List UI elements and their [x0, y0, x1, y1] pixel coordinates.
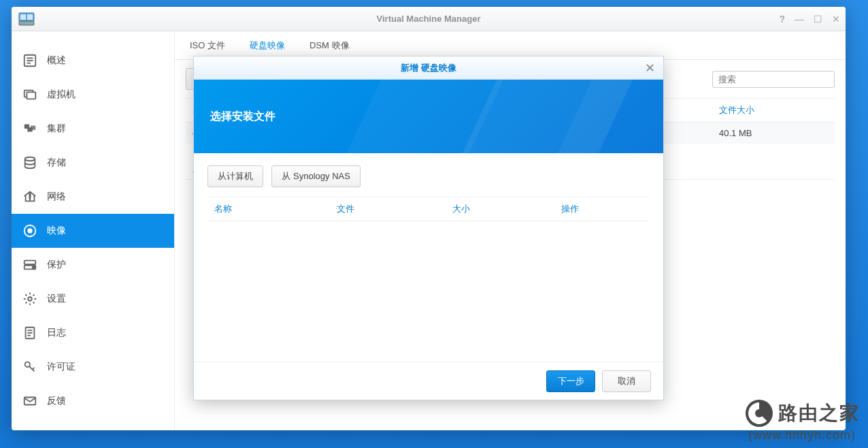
next-button[interactable]: 下一步: [546, 370, 595, 392]
modal-col-name[interactable]: 名称: [207, 197, 330, 221]
modal-footer: 下一步 取消: [194, 362, 663, 400]
modal-table: 名称 文件 大小 操作: [207, 197, 650, 221]
modal-hero: 选择安装文件: [194, 80, 663, 153]
modal-content: 从计算机 从 Synology NAS 名称 文件 大小 操作: [194, 153, 663, 362]
app-window: Virtual Machine Manager ? — ☐ ✕ 概述 虚拟机 集…: [12, 7, 846, 430]
modal-close-icon[interactable]: ✕: [645, 61, 655, 76]
from-nas-button[interactable]: 从 Synology NAS: [271, 165, 360, 187]
modal-titlebar: 新增 硬盘映像 ✕: [194, 57, 663, 80]
modal-overlay: 新增 硬盘映像 ✕ 选择安装文件 从计算机 从 Synology NAS 名称 …: [12, 7, 846, 430]
from-computer-button[interactable]: 从计算机: [207, 165, 263, 187]
modal-col-op[interactable]: 操作: [554, 197, 650, 221]
modal-col-size[interactable]: 大小: [446, 197, 554, 221]
modal-add-diskimage: 新增 硬盘映像 ✕ 选择安装文件 从计算机 从 Synology NAS 名称 …: [193, 56, 664, 400]
modal-title: 新增 硬盘映像: [401, 62, 456, 74]
cancel-button[interactable]: 取消: [602, 370, 651, 392]
modal-col-file[interactable]: 文件: [330, 197, 446, 221]
modal-hero-title: 选择安装文件: [210, 110, 276, 124]
